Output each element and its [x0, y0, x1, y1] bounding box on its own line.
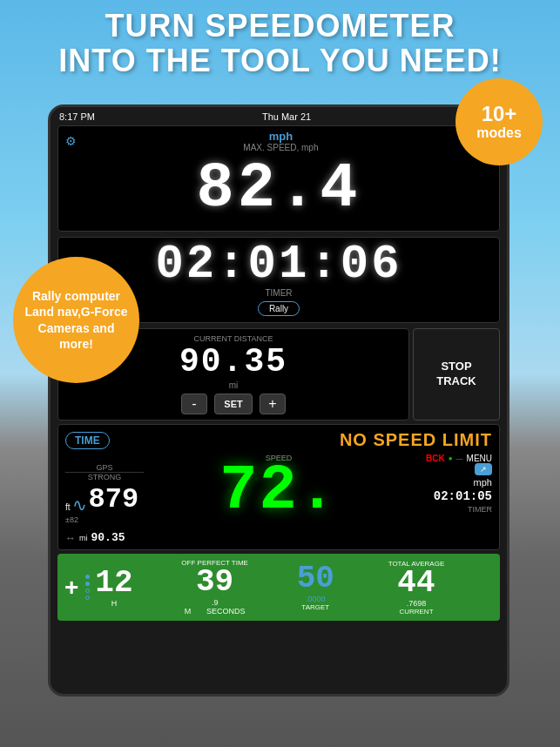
menu-button[interactable]: ↗ [475, 463, 492, 475]
total-sub: .7698 [407, 599, 427, 608]
features-bubble: Rally computer Land nav,G-Force Cameras … [13, 257, 139, 383]
altitude-wave-icon: ∿ [72, 495, 87, 515]
gps-col-label [65, 454, 144, 463]
total-value: 44 [397, 568, 435, 599]
speed-unit: mph [77, 130, 485, 143]
status-date: Thu Mar 21 [262, 111, 311, 122]
target-col: 50 .0000 TARGET [297, 563, 334, 611]
dot-4 [85, 596, 90, 600]
dist-val: 90.35 [91, 531, 125, 544]
hud-section: TIME NO SPEED LIMIT SPEED BCK ● — MENU G… [57, 424, 500, 550]
off-perfect-col: OFF PERFECT TIME 39 .9 M SECONDS [138, 559, 292, 616]
plus-button[interactable]: + [260, 394, 286, 414]
hud-right-panel: ↗ mph 02:01:05 TIMER [414, 463, 492, 514]
header-line2: INTO THE TOOL YOU NEED! [0, 44, 560, 78]
gps-label: GPS [65, 463, 144, 473]
modes-label: modes [476, 125, 522, 141]
hours-label: H [111, 599, 118, 608]
no-speed-limit: NO SPEED LIMIT [340, 430, 492, 450]
hud-speed-value: 72. [219, 463, 338, 520]
bck-label[interactable]: BCK [426, 454, 445, 463]
gps-strength: STRONG [65, 473, 144, 481]
dot-1 [85, 575, 90, 579]
total-cur-label: CURRENT [399, 608, 433, 616]
hud-mph: mph [474, 477, 492, 488]
target-sub: .0000 [306, 595, 326, 603]
dist-unit: mi [79, 534, 88, 542]
hud-timer-label: TIMER [468, 505, 492, 514]
hud-top: TIME NO SPEED LIMIT [65, 430, 492, 450]
gps-panel: GPS STRONG ft ∿ 879 ±82 ↔ mi 90.35 [65, 463, 144, 544]
device-frame: 8:17 PM Thu Mar 21 ▲ ▮ ⚙ mph MAX. SPEED,… [48, 104, 509, 697]
speed-header: ⚙ mph MAX. SPEED, mph ≡ [65, 130, 492, 152]
menu-label[interactable]: MENU [467, 454, 492, 463]
hours-col: 12 H [95, 568, 132, 608]
header-line1: TURN SPEEDOMETER [0, 9, 560, 44]
minutes-label: M [185, 607, 192, 616]
total-avg-col: TOTAL AVERAGE 44 .7698 CURRENT [340, 560, 493, 616]
modes-count: 10+ [482, 103, 517, 125]
stop-track-label: STOP TRACK [422, 360, 490, 389]
speed-display: ⚙ mph MAX. SPEED, mph ≡ 82.4 [57, 125, 500, 232]
plus-sign: + [64, 575, 78, 600]
green-dot-icon: ● [449, 454, 453, 462]
timer-value: 02:01:06 [65, 241, 492, 288]
dot-3 [85, 589, 90, 593]
plus-col: + [64, 575, 78, 600]
time-badge[interactable]: TIME [65, 432, 110, 449]
speed-value: 82.4 [65, 154, 492, 224]
rally-mode-badge: Rally [258, 301, 300, 316]
minus-button[interactable]: - [181, 394, 207, 414]
dot-2 [85, 582, 90, 586]
set-button[interactable]: SET [214, 394, 253, 414]
status-time: 8:17 PM [59, 111, 95, 122]
distance-row: ↔ mi 90.35 [65, 531, 144, 544]
altitude-pm: ±82 [65, 515, 144, 524]
stop-track-button[interactable]: STOP TRACK [413, 328, 500, 421]
target-value: 50 [297, 563, 334, 595]
seconds-value: .9 [212, 598, 219, 607]
distance-controls: - SET + [67, 394, 400, 414]
header: TURN SPEEDOMETER INTO THE TOOL YOU NEED! [0, 9, 560, 77]
modes-bubble: 10+ modes [455, 78, 543, 165]
speed-label: MAX. SPEED, mph [77, 143, 485, 152]
dots-col [85, 575, 90, 600]
distance-icon: ↔ [65, 532, 76, 544]
status-bar: 8:17 PM Thu Mar 21 ▲ ▮ [51, 107, 507, 125]
seconds-label: SECONDS [206, 607, 246, 616]
hud-speed-panel: 72. [144, 463, 414, 520]
hud-right-labels: BCK ● — MENU [414, 454, 492, 463]
target-label: TARGET [301, 603, 329, 611]
altitude-value: 879 [89, 483, 139, 515]
settings-icon[interactable]: ⚙ [65, 134, 77, 148]
dash-icon: — [456, 454, 463, 462]
minutes-value: 39 [196, 567, 233, 598]
hud-middle: GPS STRONG ft ∿ 879 ±82 ↔ mi 90.35 72. [65, 463, 492, 544]
menu-row: ↗ [475, 463, 492, 475]
hud-speed-inner: 72. [219, 463, 338, 520]
distance-unit: mi [67, 380, 400, 390]
hud-time: 02:01:05 [434, 489, 492, 503]
off-m-label: M SECONDS [185, 607, 246, 616]
altitude-unit: ft [65, 502, 71, 512]
hours-value: 12 [95, 568, 132, 599]
bottom-section: + 12 H OFF PERFECT TIME 39 .9 M SECONDS [57, 554, 500, 621]
features-text: Rally computer Land nav,G-Force Cameras … [22, 288, 131, 352]
altitude-row: ft ∿ 879 [65, 483, 144, 515]
